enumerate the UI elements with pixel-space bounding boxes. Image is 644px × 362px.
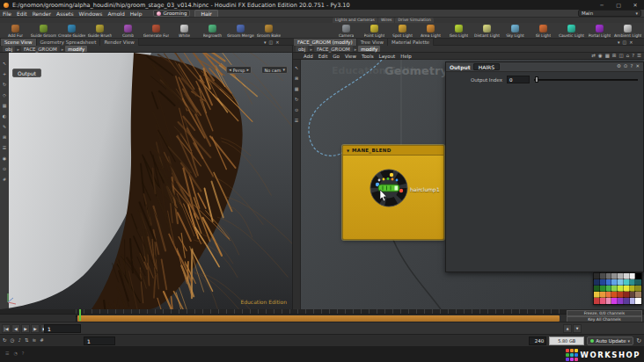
palette-swatch[interactable] xyxy=(594,273,600,279)
palette-swatch[interactable] xyxy=(606,286,612,292)
frame-range-bar[interactable] xyxy=(77,315,560,322)
palette-swatch[interactable] xyxy=(635,273,641,279)
palette-swatch[interactable] xyxy=(611,292,618,298)
close-button[interactable]: ✕ xyxy=(630,2,640,8)
palette-swatch[interactable] xyxy=(600,273,606,279)
recook-button[interactable]: ↻ xyxy=(636,338,641,344)
network-menu-icon[interactable]: ☰ xyxy=(295,119,298,123)
path-crumb-obj[interactable]: obj xyxy=(296,46,308,52)
palette-swatch[interactable] xyxy=(611,298,618,304)
palette-swatch[interactable] xyxy=(600,286,606,292)
scene-viewport[interactable]: ↖+↻◇▦◐✎⊞☰◉⊙# Output ◂ Persp ▸ No cam ▾ E… xyxy=(0,53,292,309)
output-index-slider[interactable] xyxy=(534,76,638,83)
output-index-field[interactable]: 0 xyxy=(507,76,530,83)
display-wireframe-icon[interactable]: ▦ xyxy=(3,104,7,108)
playhead-marker[interactable] xyxy=(79,309,81,321)
palette-swatch[interactable] xyxy=(618,286,624,292)
palette-swatch[interactable] xyxy=(611,286,618,292)
realtime-toggle-icon[interactable]: ◷ xyxy=(11,338,15,344)
menu-help[interactable]: Help xyxy=(130,11,143,17)
palette-swatch[interactable] xyxy=(624,279,630,286)
network-camera-icon[interactable]: ◉ xyxy=(598,54,603,59)
status-help-icon[interactable]: ? xyxy=(22,351,25,356)
maximize-button[interactable]: ▢ xyxy=(613,2,624,8)
prev-frame-button[interactable]: ◀ xyxy=(11,324,20,333)
palette-swatch[interactable] xyxy=(594,286,600,292)
timeline[interactable] xyxy=(0,314,644,322)
pane-menu-icon[interactable]: ▾ xyxy=(264,40,267,45)
shelf-tool-portal-light[interactable]: Portal Light xyxy=(586,23,613,39)
tab-face-groom-modify[interactable]: FACE_GROOM (modify) xyxy=(294,39,357,46)
points-display-icon[interactable]: # xyxy=(3,177,6,182)
menu-arnold[interactable]: Arnold xyxy=(107,11,124,17)
palette-swatch[interactable] xyxy=(624,298,630,304)
shelf-tool-geo-light[interactable]: Geo Light xyxy=(445,23,472,39)
palette-swatch[interactable] xyxy=(635,286,641,292)
scale-tool-icon[interactable]: ◇ xyxy=(3,93,6,98)
display-shaded-icon[interactable]: ◐ xyxy=(3,114,6,119)
snap-grid-icon[interactable]: ⊞ xyxy=(3,135,6,140)
shelf-tool-comb[interactable]: Comb xyxy=(114,23,142,39)
range-end-field[interactable]: 240 xyxy=(529,337,546,345)
shelf-tool-camera[interactable]: Camera xyxy=(333,23,360,39)
shelf-tool-add-fur[interactable]: Add Fur xyxy=(2,23,29,39)
palette-swatch[interactable] xyxy=(624,292,630,298)
follow-playhead-icon[interactable]: ⇅ xyxy=(25,338,29,344)
shelf-tool-ambient-light[interactable]: Ambient Light xyxy=(614,23,641,39)
shelf-tool-regrowth[interactable]: Regrowth xyxy=(199,23,226,39)
palette-swatch[interactable] xyxy=(624,286,630,292)
network-help-icon[interactable]: ? xyxy=(632,54,634,59)
palette-swatch[interactable] xyxy=(594,292,600,298)
select-tool-icon[interactable]: ↖ xyxy=(3,62,6,66)
tab-render-view[interactable]: Render View xyxy=(100,39,138,46)
node-ring[interactable] xyxy=(368,167,410,209)
shelf-tool-white[interactable]: White xyxy=(171,23,198,39)
path-crumb-modify[interactable]: modify xyxy=(65,46,87,52)
path-crumb-obj[interactable]: obj xyxy=(3,46,15,52)
palette-swatch[interactable] xyxy=(630,292,636,298)
node-header[interactable]: ▼ MANE_BLEND xyxy=(343,146,443,156)
viewport-menu-icon[interactable]: ☰ xyxy=(3,146,6,150)
shelf-tool-area-light[interactable]: Area Light xyxy=(417,23,444,39)
shelf-tool-groom-bake[interactable]: Groom Bake xyxy=(255,23,282,39)
tab-scene-view[interactable]: Scene View xyxy=(1,39,37,46)
palette-swatch[interactable] xyxy=(635,292,641,298)
shelf-tool-gi-light[interactable]: GI Light xyxy=(530,23,557,39)
path-crumb-face-groom[interactable]: FACE_GROOM xyxy=(21,46,60,52)
keyframe-options-icon[interactable]: # xyxy=(40,338,44,344)
network-refresh-icon[interactable]: ↻ xyxy=(295,98,298,102)
palette-swatch[interactable] xyxy=(630,286,636,292)
grid-toggle-icon[interactable]: ⊞ xyxy=(612,54,617,59)
pivot-icon[interactable]: ⊙ xyxy=(3,167,6,171)
shelf-tool-groom-merge[interactable]: Groom Merge xyxy=(227,23,254,39)
shelf-tool-guide-groom[interactable]: Guide Groom xyxy=(30,23,57,39)
slider-handle[interactable] xyxy=(535,76,538,83)
close-pane-icon[interactable]: ✕ xyxy=(275,40,279,45)
palette-swatch[interactable] xyxy=(611,273,618,279)
draw-tool-icon[interactable]: ✎ xyxy=(3,125,6,129)
shelf-tool-caustic-light[interactable]: Caustic Light xyxy=(558,23,585,39)
play-button[interactable]: ▶ xyxy=(21,324,30,333)
network-menu-help[interactable]: Help xyxy=(400,54,412,59)
camera-menu[interactable]: No cam ▾ xyxy=(261,66,288,74)
jump-start-button[interactable]: |◀ xyxy=(2,324,11,333)
palette-swatch[interactable] xyxy=(600,279,606,286)
network-menu-add[interactable]: Add xyxy=(304,54,313,59)
decrement-button[interactable]: ▼ xyxy=(573,324,582,333)
palette-swatch[interactable] xyxy=(618,273,624,279)
menu-windows[interactable]: Windows xyxy=(79,11,103,17)
viewport-output-label[interactable]: Output xyxy=(12,69,41,77)
next-frame-button[interactable]: ▶ xyxy=(31,324,40,333)
palette-swatch[interactable] xyxy=(635,279,641,286)
network-layout-icon[interactable]: ▦ xyxy=(295,87,299,91)
rotate-tool-icon[interactable]: ↻ xyxy=(3,83,6,87)
shelf-tool-generate-fur[interactable]: Generate Fur xyxy=(143,23,170,39)
gear-icon[interactable]: ⚙ xyxy=(617,64,621,69)
shelf-tool-point-light[interactable]: Point Light xyxy=(361,23,388,39)
palette-swatch[interactable] xyxy=(630,279,636,286)
palette-swatch[interactable] xyxy=(618,292,624,298)
tab-tree-view[interactable]: Tree View xyxy=(357,39,388,46)
current-frame-field[interactable]: 1 xyxy=(44,324,81,333)
palette-swatch[interactable] xyxy=(635,298,641,304)
range-start-field[interactable]: 1 xyxy=(84,337,115,345)
